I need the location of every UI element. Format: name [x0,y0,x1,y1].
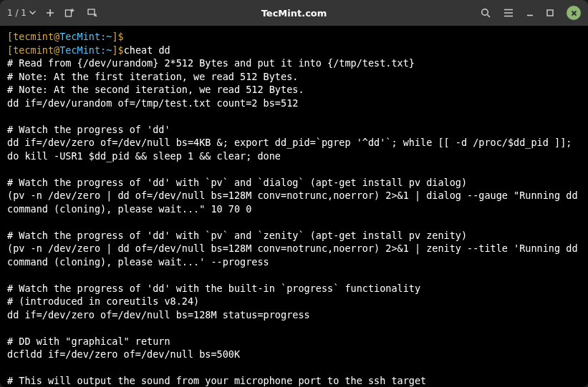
output-line: # Watch the progress of 'dd' with `pv` a… [7,177,467,188]
tab-counter-text: 1 / 1 [7,8,26,18]
svg-point-2 [482,9,488,16]
titlebar-right [481,6,581,20]
prompt-line-2: [tecmint@TecMint:~]$cheat dd [7,44,170,56]
paste-icon [87,9,98,18]
minimize-icon [526,9,534,16]
output-line: (pv -n /dev/zero | dd of=/dev/null bs=12… [7,243,584,268]
titlebar: 1 / 1 TecMint.com [0,0,588,26]
prompt-open: [ [7,44,13,56]
menu-button[interactable] [503,9,514,17]
output-line: # Watch the progress of 'dd' [7,124,170,135]
svg-rect-0 [65,10,71,16]
prompt-host: TecMint [59,31,100,42]
output-line: # Watch the progress of 'dd' with `pv` a… [7,230,467,241]
output-line: # (introduced in coreutils v8.24) [7,295,199,307]
command-2: cheat dd [124,44,170,56]
maximize-icon [546,9,554,16]
output-line: dd if=/dev/urandom of=/tmp/test.txt coun… [7,97,298,109]
new-window-button[interactable] [64,8,74,18]
prompt-user: tecmint [13,44,54,56]
output-line: # DD with "graphical" return [7,335,170,347]
prompt-close: ]$ [112,44,123,56]
output-line: # Read from {/dev/urandom} 2*512 Bytes a… [7,57,415,69]
prompt-at: @ [54,44,59,56]
output-line: (pv -n /dev/zero | dd of=/dev/null bs=12… [7,190,584,215]
output-line: dd if=/dev/zero of=/dev/null bs=4KB &; e… [7,137,578,162]
search-button[interactable] [481,8,491,18]
output-line: dd if=/dev/zero of=/dev/null bs=128M sta… [7,309,310,320]
terminal-output[interactable]: [tecmint@TecMint:~]$ [tecmint@TecMint:~]… [0,26,588,387]
search-icon [481,8,491,18]
prompt-line-1: [tecmint@TecMint:~]$ [7,31,124,42]
copy-paste-button[interactable] [87,9,98,18]
tab-counter[interactable]: 1 / 1 [7,8,36,18]
prompt-host: TecMint [59,44,100,56]
maximize-button[interactable] [546,9,554,16]
window-title: TecMint.com [261,8,327,19]
plus-icon [46,9,54,17]
prompt-user: tecmint [13,31,54,42]
output-line: dcfldd if=/dev/zero of=/dev/null bs=500K [7,348,240,360]
new-window-icon [64,8,74,18]
prompt-at: @ [54,31,59,42]
close-icon [571,10,577,16]
close-button[interactable] [567,6,581,20]
new-tab-button[interactable] [46,9,54,17]
prompt-colon: : [100,31,106,42]
titlebar-left: 1 / 1 [7,8,481,18]
minimize-button[interactable] [526,9,534,16]
svg-rect-3 [547,10,553,16]
chevron-down-icon [29,11,36,15]
output-line: # This will output the sound from your m… [7,375,426,386]
output-line: # Note: At the second iteration, we read… [7,84,304,95]
output-line: # Note: At the first iteration, we read … [7,71,298,82]
prompt-colon: : [100,44,106,56]
svg-rect-1 [88,9,95,14]
hamburger-icon [503,9,514,17]
prompt-open: [ [7,31,13,42]
output-line: # Watch the progress of 'dd' with the bu… [7,283,420,294]
prompt-close: ]$ [112,31,123,42]
